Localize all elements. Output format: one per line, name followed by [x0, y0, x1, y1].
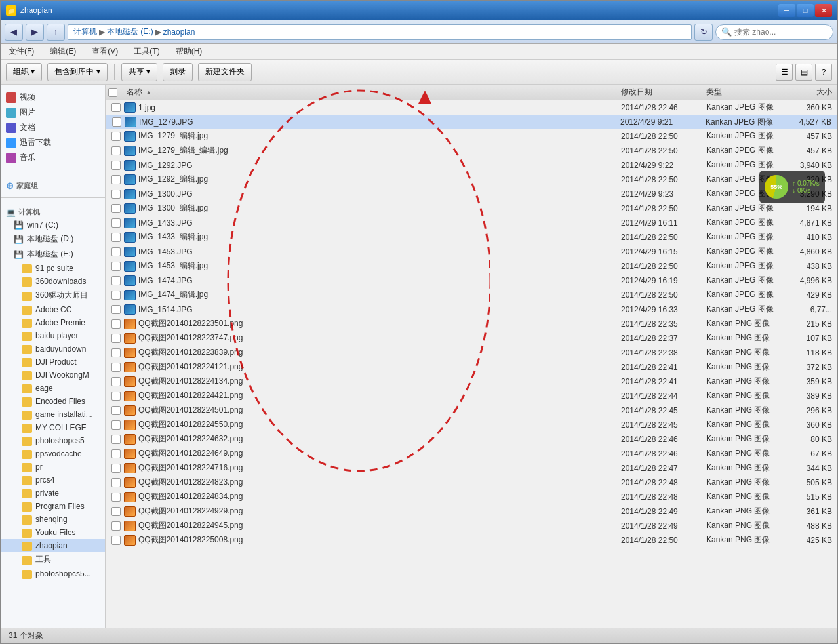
- table-row[interactable]: IMG_1279_编辑.jpg 2014/1/28 22:50 Kankan J…: [106, 129, 837, 144]
- row-checkbox[interactable]: [111, 420, 121, 430]
- sidebar-item-program-files[interactable]: Program Files: [1, 500, 105, 513]
- table-row[interactable]: IMG_1474_编辑.jpg 2014/1/28 22:50 Kankan J…: [106, 288, 837, 302]
- sidebar-item-tools[interactable]: 工具: [1, 552, 105, 567]
- back-button[interactable]: ◀: [5, 24, 23, 41]
- sidebar-item-drive-c[interactable]: 💾 win7 (C:): [1, 218, 105, 231]
- table-row[interactable]: QQ截图20140128224945.png 2014/1/28 22:49 K…: [106, 519, 837, 533]
- sidebar-item-photoshop2[interactable]: photoshopcs5...: [1, 567, 105, 580]
- table-row[interactable]: QQ截图20140128224929.png 2014/1/28 22:49 K…: [106, 504, 837, 519]
- table-row[interactable]: QQ截图20140128224823.png 2014/1/28 22:48 K…: [106, 475, 837, 490]
- breadcrumb-folder[interactable]: zhaopian: [163, 28, 195, 37]
- row-checkbox[interactable]: [111, 233, 121, 242]
- table-row[interactable]: IMG_1300_编辑.jpg 2014/1/28 22:50 Kankan J…: [106, 201, 837, 216]
- row-checkbox[interactable]: [111, 334, 121, 343]
- sidebar-item-shenqing[interactable]: shenqing: [1, 513, 105, 526]
- row-checkbox[interactable]: [111, 276, 121, 285]
- row-checkbox[interactable]: [111, 493, 121, 502]
- row-checkbox[interactable]: [111, 348, 121, 357]
- date-column-header[interactable]: 修改日期: [618, 87, 704, 98]
- breadcrumb-drive[interactable]: 本地磁盘 (E:): [107, 26, 153, 37]
- row-checkbox[interactable]: [111, 377, 121, 386]
- help-button[interactable]: ?: [815, 64, 832, 81]
- row-checkbox[interactable]: [111, 161, 121, 170]
- sidebar-item-music[interactable]: 音乐: [1, 150, 105, 165]
- type-column-header[interactable]: 类型: [704, 87, 782, 98]
- refresh-button[interactable]: ↻: [694, 24, 713, 41]
- row-checkbox[interactable]: [111, 464, 121, 473]
- sidebar-item-baidu-player[interactable]: baidu player: [1, 329, 105, 342]
- sidebar-item-my-college[interactable]: MY COLLEGE: [1, 421, 105, 434]
- sidebar-item-document[interactable]: 文档: [1, 120, 105, 135]
- table-row[interactable]: IMG_1453_编辑.jpg 2014/1/28 22:50 Kankan J…: [106, 259, 837, 273]
- new-folder-button[interactable]: 新建文件夹: [198, 63, 252, 81]
- menu-edit[interactable]: 编辑(E): [47, 45, 79, 58]
- table-row[interactable]: IMG_1453.JPG 2012/4/29 16:15 Kankan JPEG…: [106, 245, 837, 259]
- sidebar-item-baiduyun[interactable]: baiduyundown: [1, 342, 105, 355]
- sidebar-item-game-install[interactable]: game installati...: [1, 408, 105, 421]
- address-path[interactable]: 计算机 ▶ 本地磁盘 (E:) ▶ zhaopian: [68, 24, 692, 40]
- sidebar-item-video[interactable]: 视频: [1, 90, 105, 105]
- table-row[interactable]: QQ截图20140128224632.png 2014/1/28 22:46 K…: [106, 432, 837, 447]
- table-row[interactable]: QQ截图20140128223839.png 2014/1/28 22:38 K…: [106, 346, 837, 360]
- sidebar-item-dji-wookong[interactable]: DJI WookongM: [1, 369, 105, 382]
- table-row[interactable]: IMG_1433_编辑.jpg 2014/1/28 22:50 Kankan J…: [106, 230, 837, 245]
- table-row[interactable]: IMG_1292_编辑.jpg 2014/1/28 22:50 Kankan J…: [106, 172, 837, 187]
- view-toggle-button[interactable]: ☰: [776, 64, 793, 81]
- row-checkbox[interactable]: [111, 363, 121, 372]
- row-checkbox[interactable]: [111, 507, 121, 516]
- sidebar-item-photoshop[interactable]: photoshopcs5: [1, 434, 105, 447]
- sidebar-item-pr[interactable]: pr: [1, 460, 105, 473]
- breadcrumb-computer[interactable]: 计算机: [73, 26, 97, 37]
- sidebar-item-youku[interactable]: Youku Files: [1, 526, 105, 539]
- row-checkbox[interactable]: [111, 392, 121, 401]
- row-checkbox[interactable]: [111, 146, 121, 155]
- computer-header[interactable]: 💻 计算机: [1, 203, 105, 218]
- table-row[interactable]: IMG_1279_编辑_编辑.jpg 2014/1/28 22:50 Kanka…: [106, 144, 837, 158]
- row-checkbox[interactable]: [111, 291, 121, 300]
- menu-tools[interactable]: 工具(T): [131, 45, 162, 58]
- sidebar-item-ppsvod[interactable]: ppsvodcache: [1, 447, 105, 460]
- row-checkbox[interactable]: [111, 204, 121, 213]
- sidebar-item-dji-product[interactable]: DJI Product: [1, 355, 105, 369]
- search-input[interactable]: [734, 28, 820, 37]
- table-row[interactable]: IMG_1433.JPG 2012/4/29 16:11 Kankan JPEG…: [106, 216, 837, 230]
- table-row[interactable]: IMG_1474.JPG 2012/4/29 16:19 Kankan JPEG…: [106, 273, 837, 288]
- row-checkbox[interactable]: [111, 536, 121, 545]
- sidebar-item-encoded-files[interactable]: Encoded Files: [1, 395, 105, 408]
- row-checkbox[interactable]: [111, 478, 121, 487]
- row-checkbox[interactable]: [111, 175, 121, 184]
- menu-help[interactable]: 帮助(H): [173, 45, 205, 58]
- minimize-button[interactable]: ─: [778, 4, 795, 17]
- sidebar-item-adobe-premiere[interactable]: Adobe Premie: [1, 316, 105, 329]
- table-row[interactable]: QQ截图20140128223747.png 2014/1/28 22:37 K…: [106, 331, 837, 346]
- sidebar-item-91pcsuite[interactable]: 91 pc suite: [1, 262, 105, 275]
- row-checkbox[interactable]: [111, 521, 121, 531]
- row-checkbox[interactable]: [111, 190, 121, 199]
- table-row[interactable]: QQ截图20140128224550.png 2014/1/28 22:45 K…: [106, 418, 837, 432]
- burn-button[interactable]: 刻录: [163, 63, 193, 81]
- row-checkbox[interactable]: [111, 406, 121, 415]
- sidebar-item-drive-d[interactable]: 💾 本地磁盘 (D:): [1, 231, 105, 247]
- row-checkbox[interactable]: [111, 435, 121, 444]
- menu-view[interactable]: 查看(V): [89, 45, 121, 58]
- table-row[interactable]: QQ截图20140128224649.png 2014/1/28 22:46 K…: [106, 447, 837, 461]
- sidebar-item-adobe-cc[interactable]: Adobe CC: [1, 303, 105, 316]
- size-column-header[interactable]: 大小: [782, 87, 835, 98]
- table-row[interactable]: QQ截图20140128224421.png 2014/1/28 22:44 K…: [106, 389, 837, 403]
- table-row[interactable]: QQ截图20140128224716.png 2014/1/28 22:47 K…: [106, 461, 837, 475]
- preview-pane-button[interactable]: ▤: [795, 64, 812, 81]
- row-checkbox[interactable]: [111, 218, 121, 228]
- row-checkbox[interactable]: [111, 247, 121, 256]
- table-row[interactable]: QQ截图20140128224121.png 2014/1/28 22:41 K…: [106, 360, 837, 374]
- name-column-header[interactable]: 名称 ▲: [124, 87, 618, 98]
- table-row[interactable]: IMG_1292.JPG 2012/4/29 9:22 Kankan JPEG …: [106, 158, 837, 172]
- table-row[interactable]: QQ截图20140128223501.png 2014/1/28 22:35 K…: [106, 317, 837, 331]
- table-row[interactable]: 1.jpg 2014/1/28 22:46 Kankan JPEG 图像 360…: [106, 100, 837, 115]
- share-button[interactable]: 共享 ▾: [121, 63, 157, 81]
- row-checkbox[interactable]: [111, 262, 121, 271]
- table-row[interactable]: IMG_1300.JPG 2012/4/29 9:23 Kankan JPEG …: [106, 187, 837, 201]
- table-row[interactable]: QQ截图20140128224134.png 2014/1/28 22:41 K…: [106, 374, 837, 389]
- sidebar-item-360downloads[interactable]: 360downloads: [1, 275, 105, 288]
- sidebar-item-zhaopian[interactable]: zhaopian: [1, 539, 105, 552]
- row-checkbox[interactable]: [111, 319, 121, 329]
